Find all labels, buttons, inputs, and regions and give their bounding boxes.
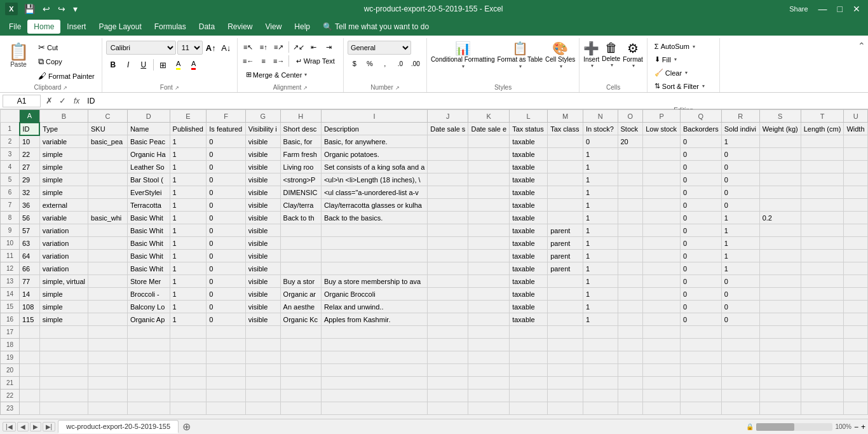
cell-H5[interactable]: <strong>P	[280, 173, 321, 186]
empty-cell[interactable]	[170, 339, 207, 351]
empty-cell[interactable]	[681, 364, 722, 377]
row-number[interactable]: 15	[1, 301, 20, 313]
bold-button[interactable]: B	[106, 58, 120, 72]
cell-H6[interactable]: DIMENSIC	[280, 186, 321, 199]
cell-Q8[interactable]: 0	[681, 212, 722, 224]
empty-cell[interactable]	[548, 351, 583, 364]
cell-G13[interactable]: visible	[245, 275, 280, 288]
cell-Q9[interactable]: 0	[681, 224, 722, 237]
cell-Q6[interactable]: 0	[681, 186, 722, 199]
cells-label[interactable]: Cells	[583, 83, 643, 92]
cell-I10[interactable]	[321, 237, 427, 250]
empty-cell[interactable]	[428, 402, 468, 415]
cell-P6[interactable]	[643, 186, 681, 199]
underline-button[interactable]: U	[137, 58, 151, 72]
empty-cell[interactable]	[844, 377, 868, 390]
menu-help[interactable]: Help	[288, 20, 316, 34]
empty-cell[interactable]	[759, 390, 801, 402]
cell-H7[interactable]: Clay/terra	[280, 199, 321, 212]
cell-J14[interactable]	[428, 288, 468, 301]
cell-H9[interactable]	[280, 224, 321, 237]
orientation-btn[interactable]: ↗↙	[292, 41, 306, 53]
cell-G11[interactable]: visible	[245, 250, 280, 262]
cell-H15[interactable]: An aesthe	[280, 301, 321, 313]
cell-O2[interactable]: 20	[618, 135, 643, 148]
cell-E14[interactable]: 1	[170, 288, 207, 301]
cell-B13[interactable]: simple, virtual	[39, 275, 88, 288]
cell-M7[interactable]	[548, 199, 583, 212]
cell-K12[interactable]	[468, 262, 510, 275]
cell-L8[interactable]: taxable	[510, 212, 548, 224]
cell-T11[interactable]	[801, 250, 844, 262]
cell-G2[interactable]: visible	[245, 135, 280, 148]
cell-T8[interactable]	[801, 212, 844, 224]
cell-Q7[interactable]: 0	[681, 199, 722, 212]
cell-K3[interactable]	[468, 148, 510, 161]
empty-cell[interactable]	[39, 377, 88, 390]
cell-H4[interactable]: Living roo	[280, 161, 321, 173]
quick-undo-btn[interactable]: ↩	[40, 3, 53, 15]
cell-P14[interactable]	[643, 288, 681, 301]
cell-p1[interactable]: Low stock	[643, 123, 681, 135]
cell-U14[interactable]	[844, 288, 868, 301]
alignment-label[interactable]: Alignment ↗	[241, 83, 339, 92]
col-header-l[interactable]: L	[510, 110, 548, 123]
empty-cell[interactable]	[510, 402, 548, 415]
cell-I13[interactable]: Buy a store membership to ava	[321, 275, 427, 288]
empty-cell[interactable]	[510, 390, 548, 402]
sort-filter-button[interactable]: ⇅ Sort & Filter ▾	[651, 80, 708, 92]
clipboard-label[interactable]: Clipboard ↗	[4, 83, 98, 92]
cell-N5[interactable]: 1	[583, 173, 618, 186]
cell-S11[interactable]	[759, 250, 801, 262]
empty-cell[interactable]	[20, 390, 40, 402]
empty-cell[interactable]	[844, 402, 868, 415]
cell-E8[interactable]: 1	[170, 212, 207, 224]
cell-D7[interactable]: Terracotta	[127, 199, 170, 212]
cell-A7[interactable]: 36	[20, 199, 40, 212]
quick-save-btn[interactable]: 💾	[22, 3, 37, 15]
cell-L14[interactable]: taxable	[510, 288, 548, 301]
row-number[interactable]: 10	[1, 237, 20, 250]
empty-cell[interactable]	[280, 402, 321, 415]
cell-J10[interactable]	[428, 237, 468, 250]
col-header-q[interactable]: Q	[681, 110, 722, 123]
cell-B14[interactable]: simple	[39, 288, 88, 301]
empty-cell[interactable]	[170, 377, 207, 390]
empty-cell[interactable]	[20, 326, 40, 339]
cell-T13[interactable]	[801, 275, 844, 288]
empty-cell[interactable]	[643, 377, 681, 390]
empty-cell[interactable]	[681, 377, 722, 390]
cell-B9[interactable]: variation	[39, 224, 88, 237]
empty-cell[interactable]	[280, 377, 321, 390]
align-top-left-btn[interactable]: ≡↖	[241, 41, 255, 53]
cell-i1[interactable]: Description	[321, 123, 427, 135]
empty-cell[interactable]	[245, 390, 280, 402]
cell-F7[interactable]: 0	[207, 199, 246, 212]
empty-cell[interactable]	[681, 402, 722, 415]
empty-cell[interactable]	[207, 402, 246, 415]
cell-F5[interactable]: 0	[207, 173, 246, 186]
empty-cell[interactable]	[583, 351, 618, 364]
cell-E2[interactable]: 1	[170, 135, 207, 148]
sheet-nav-next[interactable]: ▶	[30, 422, 41, 431]
cell-S16[interactable]	[759, 313, 801, 326]
col-header-h[interactable]: H	[280, 110, 321, 123]
cell-G16[interactable]: visible	[245, 313, 280, 326]
cell-R9[interactable]: 1	[721, 224, 759, 237]
cell-K5[interactable]	[468, 173, 510, 186]
empty-cell[interactable]	[207, 351, 246, 364]
cell-P15[interactable]	[643, 301, 681, 313]
empty-cell[interactable]	[20, 364, 40, 377]
cell-K9[interactable]	[468, 224, 510, 237]
sheet-nav-last[interactable]: ▶|	[43, 422, 56, 431]
increase-decimal-btn[interactable]: .00	[409, 57, 423, 71]
format-as-table-btn[interactable]: 📋 Format as Table ▾	[497, 41, 543, 69]
cell-T12[interactable]	[801, 262, 844, 275]
empty-cell[interactable]	[801, 364, 844, 377]
empty-cell[interactable]	[39, 326, 88, 339]
cell-G15[interactable]: visible	[245, 301, 280, 313]
empty-cell[interactable]	[245, 402, 280, 415]
sheet-area[interactable]: A B C D E F G H I J K L M N O P Q	[0, 109, 868, 419]
cell-O8[interactable]	[618, 212, 643, 224]
cell-B3[interactable]: simple	[39, 148, 88, 161]
